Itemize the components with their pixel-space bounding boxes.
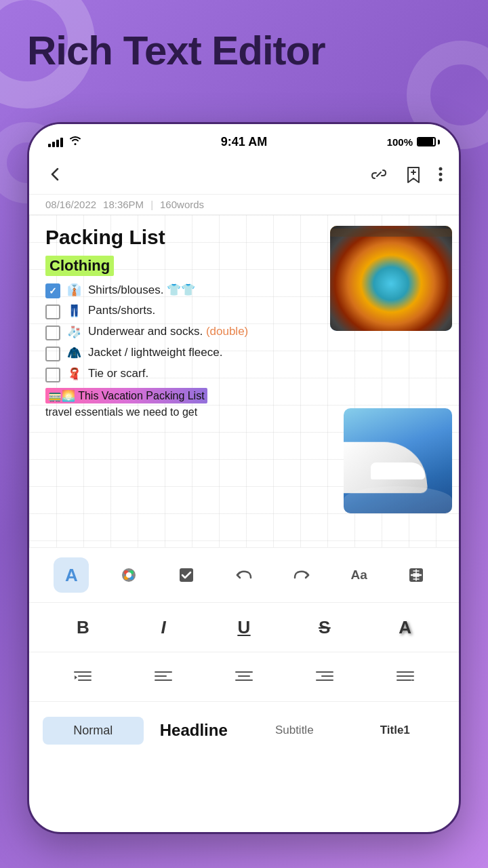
double-tag: (double): [206, 325, 248, 338]
phone-frame: 9:41 AM 100%: [27, 122, 461, 834]
checklist-emoji-5: 🧣: [67, 367, 81, 381]
meta-time: 18:36PM: [103, 199, 144, 210]
align-justify-icon: [396, 669, 415, 684]
underline-icon: U: [238, 617, 251, 638]
strikethrough-icon: S: [319, 617, 330, 638]
subtitle-style-button[interactable]: Subtitle: [244, 717, 345, 744]
checklist-item-4[interactable]: 🧥 Jacket / lightweight fleece.: [45, 346, 443, 361]
text-shadow-button[interactable]: A: [388, 610, 423, 645]
checklist-icon: [177, 566, 196, 585]
redo-icon: [292, 566, 311, 585]
font-color-icon: A: [65, 565, 78, 586]
checklist-emoji-3: 🧦: [67, 325, 81, 339]
checklist-item-2[interactable]: 👖 Pants/shorts.: [45, 304, 443, 319]
strikethrough-button[interactable]: S: [307, 610, 342, 645]
undo-button[interactable]: [226, 557, 262, 593]
more-options-icon[interactable]: [439, 166, 443, 187]
document-meta: 08/16/2022 18:36PM | 160words: [29, 195, 459, 215]
status-right: 100%: [387, 136, 440, 148]
svg-point-2: [439, 178, 443, 182]
checklist-emoji-1: 👔: [67, 283, 81, 297]
svg-point-8: [126, 572, 131, 578]
align-right-button[interactable]: [307, 659, 342, 694]
checkbox-2[interactable]: [45, 304, 60, 319]
text-shadow-icon: A: [399, 617, 411, 638]
text-style-row: B I U S A: [29, 603, 459, 652]
paragraph-style-row: Normal Headline Subtitle Title1: [29, 702, 459, 759]
indent-left-button[interactable]: [65, 659, 100, 694]
checkbox-1[interactable]: [45, 283, 60, 298]
plane-image: [344, 408, 452, 513]
indent-icon: [73, 669, 92, 684]
bookmark-add-icon[interactable]: [405, 165, 422, 189]
align-center-button[interactable]: [226, 659, 262, 694]
bold-icon: B: [77, 617, 89, 638]
document-title: Packing List: [45, 226, 443, 249]
undo-icon: [235, 566, 253, 585]
title1-style-button[interactable]: Title1: [345, 717, 446, 744]
palette-icon: [119, 566, 138, 585]
italic-button[interactable]: I: [146, 610, 181, 645]
headline-style-button[interactable]: Headline: [144, 714, 245, 747]
checklist-text-5: Tie or scarf.: [88, 367, 148, 380]
palette-button[interactable]: [111, 557, 146, 593]
italic-icon: I: [161, 617, 166, 638]
alignment-row: [29, 652, 459, 702]
strikethrough-tool-icon: [407, 566, 426, 585]
align-left-icon: [154, 669, 173, 684]
toolbar-right: [369, 165, 443, 189]
font-size-icon: Aa: [350, 568, 367, 583]
editor-content: Packing List Clothing 👔 Shirts/blouses. …: [45, 226, 443, 418]
status-left: [48, 135, 82, 149]
status-bar: 9:41 AM 100%: [29, 124, 459, 159]
app-title: Rich Text Editor: [27, 27, 325, 74]
wifi-icon: [68, 135, 82, 149]
align-left-button[interactable]: [146, 659, 181, 694]
toolbar-left: [45, 165, 64, 189]
checklist-item-3[interactable]: 🧦 Underwear and socks. (double): [45, 325, 443, 340]
checklist-emoji-4: 🧥: [67, 346, 81, 360]
svg-point-0: [439, 167, 443, 171]
checkbox-4[interactable]: [45, 347, 60, 361]
plane-body: [371, 462, 425, 479]
normal-style-button[interactable]: Normal: [43, 717, 144, 745]
format-toolbar: A: [29, 547, 459, 759]
link-icon[interactable]: [369, 165, 388, 189]
font-color-button[interactable]: A: [54, 557, 89, 593]
highlighted-text: 🚃🌅 This Vacation Packing List: [45, 388, 207, 403]
section-heading: Clothing: [45, 256, 114, 276]
plane-background: [344, 408, 452, 513]
meta-date: 08/16/2022: [45, 199, 96, 210]
checklist-emoji-2: 👖: [67, 304, 81, 318]
align-justify-button[interactable]: [388, 659, 423, 694]
align-center-icon: [235, 669, 253, 684]
align-right-icon: [315, 669, 334, 684]
checkbox-5[interactable]: [45, 368, 60, 382]
checklist-text-3: Underwear and socks. (double): [88, 325, 248, 338]
checkbox-3[interactable]: [45, 326, 60, 340]
back-button[interactable]: [45, 165, 64, 189]
bold-button[interactable]: B: [65, 610, 100, 645]
checklist-item-5[interactable]: 🧣 Tie or scarf.: [45, 367, 443, 382]
checklist-button[interactable]: [169, 557, 204, 593]
battery-percent: 100%: [387, 136, 413, 148]
editor-area[interactable]: Packing List Clothing 👔 Shirts/blouses. …: [29, 215, 459, 547]
checklist-item-1[interactable]: 👔 Shirts/blouses. 👕👕: [45, 283, 443, 298]
svg-point-1: [439, 173, 443, 176]
underline-button[interactable]: U: [226, 610, 262, 645]
body-text: travel essentials we need to get: [45, 406, 321, 418]
format-main-row: A: [29, 548, 459, 603]
app-toolbar: [29, 159, 459, 195]
checklist-text-1: Shirts/blouses. 👕👕: [88, 283, 195, 297]
checklist-text-4: Jacket / lightweight fleece.: [88, 346, 222, 359]
status-time: 9:41 AM: [221, 135, 267, 149]
font-size-button[interactable]: Aa: [342, 557, 377, 593]
signal-icon: [48, 136, 63, 147]
battery-icon: [417, 137, 440, 146]
meta-wordcount: 160words: [160, 199, 204, 210]
checklist-text-2: Pants/shorts.: [88, 304, 155, 317]
strikethrough-tool-button[interactable]: [399, 557, 434, 593]
meta-separator: |: [150, 199, 153, 210]
redo-button[interactable]: [284, 557, 319, 593]
